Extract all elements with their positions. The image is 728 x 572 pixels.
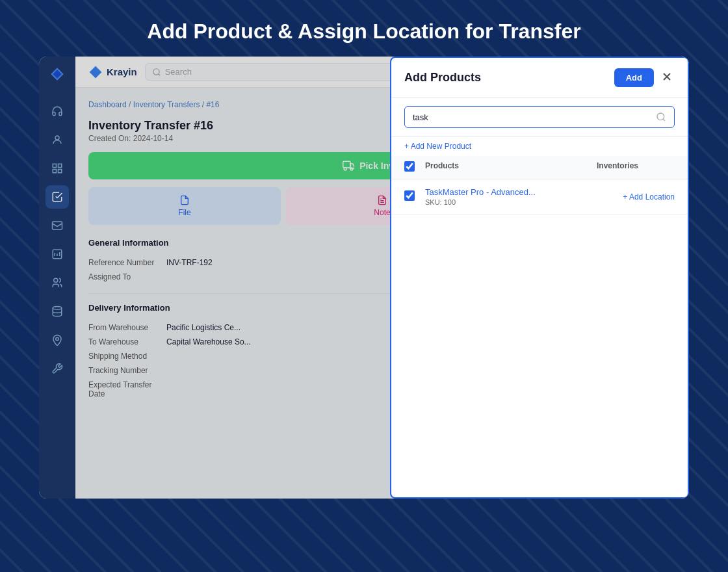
modal-add-button[interactable]: Add <box>614 68 654 87</box>
select-all-checkbox[interactable] <box>404 161 415 172</box>
modal-search-input-wrapper[interactable] <box>404 106 675 128</box>
header-checkbox-cell <box>404 161 425 174</box>
modal-search-icon <box>656 112 666 122</box>
products-column-header: Products <box>425 161 597 174</box>
add-new-product-link[interactable]: + Add New Product <box>391 136 688 156</box>
add-location-link[interactable]: + Add Location <box>597 192 675 202</box>
modal-search-area <box>391 98 688 136</box>
product-info: TaskMaster Pro - Advanced... SKU: 100 <box>425 187 597 206</box>
page-title-bar: Add Product & Assign Location for Transf… <box>0 0 728 57</box>
product-name: TaskMaster Pro - Advanced... <box>425 187 597 197</box>
product-sku: SKU: 100 <box>425 198 597 206</box>
page-title: Add Product & Assign Location for Transf… <box>0 20 728 44</box>
svg-point-25 <box>657 113 664 120</box>
close-icon <box>660 70 673 83</box>
main-content: Krayin Search Dashboard / Inventory Tran… <box>0 57 728 499</box>
product-checkbox[interactable] <box>404 190 415 201</box>
modal-title: Add Products <box>404 71 481 84</box>
app-window: Krayin Search Dashboard / Inventory Tran… <box>39 57 689 499</box>
table-row: TaskMaster Pro - Advanced... SKU: 100 + … <box>391 179 688 214</box>
modal-overlay: Add Products Add + Add <box>39 57 689 499</box>
modal-header: Add Products Add <box>391 58 688 98</box>
modal-header-right: Add <box>614 68 675 87</box>
product-row-checkbox-cell <box>404 190 425 203</box>
add-products-modal: Add Products Add + Add <box>390 57 689 499</box>
modal-close-button[interactable] <box>659 69 675 86</box>
modal-products-header: Products Inventories <box>391 156 688 179</box>
modal-search-field[interactable] <box>413 112 651 122</box>
inventories-column-header: Inventories <box>597 161 675 174</box>
